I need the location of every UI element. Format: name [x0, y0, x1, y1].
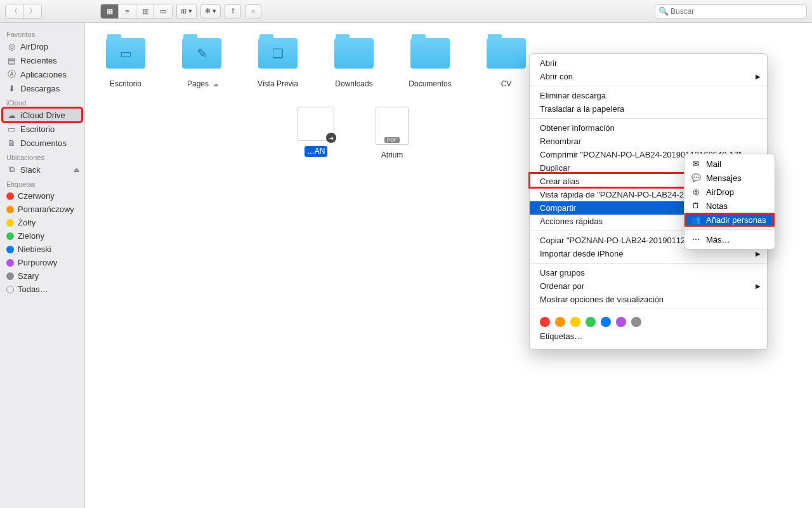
search-field[interactable]: 🔍: [655, 4, 807, 18]
tag-dot-icon: [6, 259, 14, 267]
back-button[interactable]: 〈: [6, 4, 23, 18]
separator: [530, 86, 767, 86]
file-item[interactable]: ✎Pages☁: [176, 34, 227, 89]
sidebar-item-desktop[interactable]: ▭Escritorio: [0, 122, 84, 136]
recents-icon: ▤: [6, 55, 16, 65]
ctx-get-info[interactable]: Obtener información: [530, 121, 767, 135]
share-button[interactable]: ⇪: [225, 4, 241, 18]
separator: [530, 309, 767, 309]
tag-dot-icon: [6, 206, 14, 213]
sidebar-tag-purple[interactable]: Purpurowy: [0, 256, 84, 269]
ctx-use-groups[interactable]: Usar grupos: [530, 266, 767, 279]
gallery-view-button[interactable]: ▭: [154, 4, 172, 18]
sidebar-tag-green[interactable]: Zielony: [0, 229, 84, 243]
tag-dot-icon: [6, 219, 14, 227]
list-view-button[interactable]: ≡: [119, 4, 136, 18]
ctx-tags[interactable]: Etiquetas…: [530, 330, 767, 343]
separator: [684, 229, 775, 230]
column-view-button[interactable]: ▥: [136, 4, 154, 18]
tag-dot-icon: [6, 192, 14, 200]
tag-dot-icon: [6, 246, 14, 253]
airdrop-icon: ◎: [6, 41, 16, 51]
action-menu-button[interactable]: ✻ ▾: [200, 4, 221, 18]
folder-icon: [487, 38, 526, 69]
ctx-remove-download[interactable]: Eliminar descarga: [530, 89, 767, 102]
arrange-button[interactable]: ⊞ ▾: [177, 4, 196, 18]
sidebar-item-documents[interactable]: 🗎Documentos: [0, 136, 84, 150]
file-item-selected[interactable]: ➜…AN: [291, 107, 341, 160]
share-mail[interactable]: ✉Mail: [684, 157, 775, 171]
file-item[interactable]: Documentos: [405, 34, 455, 89]
folder-icon: ❏: [258, 38, 298, 69]
tag-color-button[interactable]: [540, 317, 550, 327]
sidebar-item-downloads[interactable]: ⬇Descargas: [0, 81, 84, 95]
disk-icon: ⧉: [6, 164, 16, 175]
folder-icon: ✎: [182, 38, 221, 69]
chevron-right-icon: ▶: [756, 73, 761, 80]
search-icon: 🔍: [658, 6, 669, 16]
file-item[interactable]: ▭Escritorio: [100, 34, 151, 89]
cloud-icon: ☁: [6, 110, 16, 120]
eject-icon[interactable]: ⏏: [74, 166, 79, 173]
file-item[interactable]: Downloads: [329, 34, 379, 89]
more-icon: ⋯: [691, 234, 701, 244]
sidebar-tag-red[interactable]: Czerwony: [0, 189, 84, 203]
sidebar-item-recents[interactable]: ▤Recientes: [0, 53, 84, 67]
pdf-thumb-icon: PDF: [376, 107, 409, 145]
sidebar-tag-blue[interactable]: Niebieski: [0, 243, 84, 256]
tag-color-button[interactable]: [570, 317, 580, 327]
sidebar: Favoritos ◎AirDrop ▤Recientes ⒶAplicacio…: [0, 23, 85, 508]
tags-header: Etiquetas: [0, 177, 84, 189]
documents-icon: 🗎: [6, 138, 16, 148]
ctx-rename[interactable]: Renombrar: [530, 135, 767, 148]
view-mode-group: ▦ ≡ ▥ ▭: [100, 4, 173, 19]
sidebar-item-iclouddrive[interactable]: ☁iCloud Drive: [3, 108, 82, 122]
search-input[interactable]: [655, 4, 807, 18]
add-people-icon: 👥: [691, 215, 701, 225]
ctx-trash[interactable]: Trasladar a la papelera: [530, 102, 767, 116]
share-airdrop[interactable]: ◎AirDrop: [684, 185, 775, 199]
sidebar-tag-yellow[interactable]: Żółty: [0, 216, 84, 229]
icon-view-button[interactable]: ▦: [101, 4, 119, 18]
file-item[interactable]: ❏Vista Previa: [252, 34, 303, 89]
file-item[interactable]: CV: [481, 34, 532, 89]
applications-icon: Ⓐ: [6, 69, 16, 79]
share-add-people[interactable]: 👥Añadir personas: [684, 213, 775, 227]
ctx-sort-by[interactable]: Ordenar por▶: [530, 279, 767, 293]
share-badge-icon: ➜: [326, 133, 336, 143]
tag-dot-icon: [6, 232, 14, 240]
sidebar-item-airdrop[interactable]: ◎AirDrop: [0, 39, 84, 53]
toolbar: 〈 〉 ▦ ≡ ▥ ▭ ⊞ ▾ ✻ ▾ ⇪ ○ 🔍: [0, 0, 812, 23]
ctx-view-options[interactable]: Mostrar opciones de visualización: [530, 293, 767, 306]
tag-color-button[interactable]: [586, 317, 596, 327]
share-messages[interactable]: 💬Mensajes: [684, 171, 775, 185]
sidebar-item-applications[interactable]: ⒶAplicaciones: [0, 67, 84, 81]
sidebar-item-slack[interactable]: ⧉Slack⏏: [0, 163, 84, 177]
downloads-icon: ⬇: [6, 83, 16, 93]
file-item[interactable]: PDFAtrium: [367, 107, 417, 160]
locations-header: Ubicaciones: [0, 150, 84, 163]
sidebar-tag-gray[interactable]: Szary: [0, 269, 84, 283]
sidebar-tag-all[interactable]: Todas…: [0, 283, 84, 296]
favorites-header: Favoritos: [0, 27, 84, 39]
tags-button[interactable]: ○: [245, 4, 261, 18]
share-more[interactable]: ⋯Más…: [684, 232, 775, 246]
separator: [530, 263, 767, 264]
ctx-open-with[interactable]: Abrir con▶: [530, 70, 767, 83]
sidebar-tag-orange[interactable]: Pomarańczowy: [0, 203, 84, 216]
chevron-right-icon: ▶: [756, 250, 761, 257]
forward-button[interactable]: 〉: [23, 4, 41, 18]
messages-icon: 💬: [691, 173, 701, 183]
ctx-open[interactable]: Abrir: [530, 57, 767, 70]
tag-color-button[interactable]: [616, 317, 626, 327]
arrange-group: ⊞ ▾: [176, 4, 197, 19]
image-thumb-icon: ➜: [298, 107, 334, 141]
tag-color-button[interactable]: [601, 317, 611, 327]
tag-color-button[interactable]: [631, 317, 641, 327]
tag-dot-icon: [6, 272, 14, 280]
folder-icon: [334, 38, 374, 69]
tag-color-button[interactable]: [555, 317, 565, 327]
desktop-icon: ▭: [6, 124, 16, 134]
airdrop-icon: ◎: [691, 187, 701, 197]
share-notes[interactable]: 🗒Notas: [684, 199, 775, 213]
